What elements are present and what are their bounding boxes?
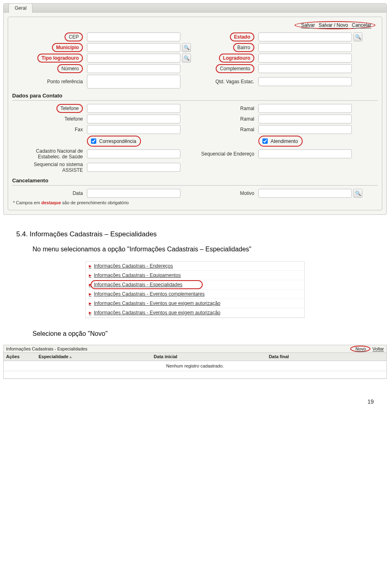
chk-atendimento-wrap: Atendimento bbox=[258, 136, 303, 147]
motivo-lookup-button[interactable]: 🔍 bbox=[353, 189, 362, 198]
cancelar-link[interactable]: Cancelar bbox=[352, 22, 371, 28]
lbl-cnes: Cadastro Nacional de Estabelec. de Saúde bbox=[12, 148, 85, 160]
lbl-bairro: Bairro bbox=[196, 43, 257, 52]
telefone2-input[interactable] bbox=[87, 115, 180, 123]
arrow-icon: ▸ bbox=[89, 310, 91, 316]
body-text-1: No menu selecionamos a opção "Informaçõe… bbox=[32, 246, 374, 253]
list-columns: Ações Especialidade ▴ Data inicial Data … bbox=[4, 353, 386, 361]
fax-input[interactable] bbox=[87, 125, 180, 134]
list-title: Informações Cadastrais - Especialidades bbox=[6, 346, 87, 351]
footnote: * Campos em destaque são de preenchiment… bbox=[12, 198, 378, 206]
municipio-lookup-button[interactable]: 🔍 bbox=[182, 43, 191, 52]
body-text-2: Selecione a opção "Novo" bbox=[32, 330, 374, 337]
cnes-input[interactable] bbox=[87, 149, 180, 158]
municipio-input[interactable] bbox=[87, 43, 180, 52]
motivo-input[interactable] bbox=[258, 189, 352, 198]
seq-assiste-input[interactable] bbox=[87, 163, 180, 172]
numero-input[interactable] bbox=[87, 64, 180, 73]
estado-input[interactable] bbox=[258, 32, 352, 41]
menu-item-eventos-aut2[interactable]: ▸Informações Cadastrais - Eventos que ex… bbox=[86, 308, 304, 318]
arrow-icon: ▸ bbox=[89, 300, 91, 306]
lbl-complemento: Complemento bbox=[196, 64, 257, 73]
ramal2-input[interactable] bbox=[258, 115, 352, 123]
lbl-vagas: Qtd. Vagas Estac. bbox=[196, 79, 257, 84]
form-panel: Geral Salvar Salvar / Novo Cancelar CEP … bbox=[3, 3, 387, 215]
menu-item-enderecos[interactable]: ▸Informações Cadastrais - Endereços bbox=[86, 262, 304, 271]
actions-bar: Salvar Salvar / Novo Cancelar bbox=[12, 19, 378, 32]
doc-body-2: Selecione a opção "Novo" bbox=[0, 326, 390, 342]
submenu-list: ▸Informações Cadastrais - Endereços ▸Inf… bbox=[85, 261, 305, 318]
ramal1-input[interactable] bbox=[258, 104, 352, 113]
vagas-input[interactable] bbox=[258, 77, 352, 86]
blank-row bbox=[4, 371, 386, 378]
arrow-icon: ▸ bbox=[89, 282, 91, 288]
salvar-novo-link[interactable]: Salvar / Novo bbox=[319, 22, 348, 28]
complemento-input[interactable] bbox=[258, 64, 352, 73]
tab-strip bbox=[4, 4, 386, 13]
contact-grid: Telefone Ramal Telefone Ramal Fax Ramal bbox=[12, 104, 378, 173]
arrow-icon: ▸ bbox=[89, 291, 91, 297]
empty-row: Nenhum registro cadastrado. bbox=[4, 361, 386, 371]
list-panel: Informações Cadastrais - Especialidades … bbox=[3, 345, 387, 379]
ramal3-input[interactable] bbox=[258, 125, 352, 134]
lbl-logradouro: Logradouro bbox=[196, 54, 257, 63]
address-grid: CEP Estado 🔍 Município 🔍 Bairro Tipo log… bbox=[12, 32, 378, 89]
data-cancel-input[interactable] bbox=[87, 189, 180, 198]
lbl-cep: CEP bbox=[12, 32, 85, 41]
tipolog-lookup-button[interactable]: 🔍 bbox=[182, 54, 191, 63]
col-acoes: Ações bbox=[6, 354, 39, 359]
cancel-grid: Data Motivo 🔍 bbox=[12, 189, 378, 198]
col-data-inicial: Data inicial bbox=[154, 354, 269, 359]
lbl-seq-end: Sequencial de Endereço bbox=[196, 151, 257, 157]
chk-correspondencia[interactable] bbox=[91, 138, 96, 144]
novo-highlight: Novo bbox=[350, 346, 370, 352]
telefone1-input[interactable] bbox=[87, 104, 180, 113]
arrow-icon: ▸ bbox=[89, 272, 91, 278]
cep-input[interactable] bbox=[87, 32, 180, 41]
lbl-ramal2: Ramal bbox=[196, 116, 257, 122]
bairro-input[interactable] bbox=[258, 43, 352, 52]
tab-geral[interactable]: Geral bbox=[9, 3, 32, 13]
lbl-ponto-ref: Ponto referência bbox=[12, 79, 85, 84]
menu-item-eventos-aut1[interactable]: ▸Informações Cadastrais - Eventos que ex… bbox=[86, 299, 304, 308]
lbl-ramal3: Ramal bbox=[196, 127, 257, 132]
page-number: 19 bbox=[0, 382, 390, 413]
section-heading: 5.4. Informações Cadastrais – Especialid… bbox=[16, 230, 374, 238]
voltar-link[interactable]: Voltar bbox=[373, 346, 384, 352]
novo-link[interactable]: Novo bbox=[355, 346, 366, 352]
lbl-telefone2: Telefone bbox=[12, 116, 85, 122]
section-cancel: Cancelamento bbox=[12, 175, 378, 186]
lbl-chk-corresp: Correspondência bbox=[99, 138, 136, 144]
lbl-municipio: Município bbox=[12, 43, 85, 52]
col-especialidade[interactable]: Especialidade ▴ bbox=[39, 354, 154, 359]
lbl-seq-assiste: Sequencial no sistema ASSISTE bbox=[12, 162, 85, 173]
chk-correspondencia-wrap: Correspondência bbox=[87, 136, 141, 147]
lbl-ramal1: Ramal bbox=[196, 106, 257, 111]
lbl-tipolog: Tipo logradouro bbox=[12, 54, 85, 63]
actions-highlight: Salvar Salvar / Novo Cancelar bbox=[295, 21, 375, 29]
lbl-fax: Fax bbox=[12, 127, 85, 132]
lbl-data-cancel: Data bbox=[12, 190, 85, 196]
menu-item-equip[interactable]: ▸Informações Cadastrais - Equipamentos bbox=[86, 271, 304, 280]
col-data-final: Data final bbox=[269, 354, 384, 359]
lbl-numero: Número bbox=[12, 64, 85, 73]
lbl-telefone1: Telefone bbox=[12, 104, 85, 113]
doc-section: 5.4. Informações Cadastrais – Especialid… bbox=[0, 218, 390, 257]
lbl-estado: Estado bbox=[196, 32, 257, 41]
menu-item-especialidades[interactable]: ▸Informações Cadastrais - Especialidades bbox=[86, 280, 304, 290]
estado-lookup-button[interactable]: 🔍 bbox=[353, 32, 362, 41]
arrow-icon: ▸ bbox=[89, 263, 91, 269]
seq-end-input[interactable] bbox=[258, 149, 352, 158]
salvar-link[interactable]: Salvar bbox=[301, 22, 315, 28]
logradouro-input[interactable] bbox=[258, 54, 352, 63]
menu-item-eventos-comp[interactable]: ▸Informações Cadastrais - Eventos comple… bbox=[86, 290, 304, 299]
tipolog-input[interactable] bbox=[87, 54, 180, 63]
list-header: Informações Cadastrais - Especialidades … bbox=[4, 345, 386, 353]
ponto-ref-input[interactable] bbox=[87, 75, 180, 89]
lbl-motivo: Motivo bbox=[196, 190, 257, 196]
lbl-chk-atend: Atendimento bbox=[271, 138, 298, 144]
form-inner: Salvar Salvar / Novo Cancelar CEP Estado… bbox=[8, 17, 382, 210]
chk-atendimento[interactable] bbox=[262, 138, 268, 144]
section-contato: Dados para Contato bbox=[12, 90, 378, 101]
